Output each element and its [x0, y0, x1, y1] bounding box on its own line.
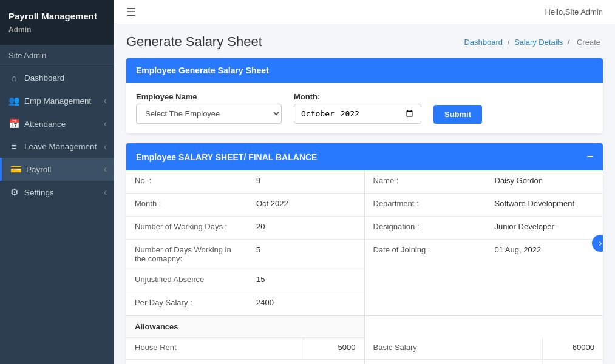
employee-label: Employee Name	[136, 92, 282, 101]
table-row: Department : Software Development	[365, 194, 603, 217]
sidebar-item-label: Leave Management	[24, 142, 106, 151]
month-label: Month:	[294, 92, 421, 101]
sidebar-item-label: Settings	[24, 188, 106, 197]
month-input[interactable]	[294, 104, 421, 124]
month-form-group: Month:	[294, 92, 421, 124]
salary-info-section: No. : 9 Month : Oct 2022 Number of Worki…	[126, 170, 603, 315]
table-row: Month : Oct 2022	[126, 194, 364, 217]
breadcrumb: Dashboard / Salary Details / Create	[464, 38, 603, 47]
payroll-icon: 💳	[10, 164, 21, 175]
table-row: No. : 9	[126, 170, 364, 194]
form-card: Employee Generate Salary Sheet Employee …	[126, 58, 603, 133]
salary-card-title: Employee SALARY SHEET/ FINAL BALANCE	[136, 152, 317, 162]
sidebar-item-label: Emp Management	[24, 96, 106, 106]
sidebar-item-label: Attendance	[24, 120, 106, 129]
table-row: Unjustified Absence 15	[126, 269, 364, 292]
table-row: House Rent 5000	[126, 338, 364, 360]
page-content: Generate Salary Sheet Dashboard / Salary…	[114, 24, 615, 364]
table-row: Basic Salary 60000	[365, 338, 603, 360]
form-card-title: Employee Generate Salary Sheet	[136, 66, 269, 75]
settings-icon: ⚙	[8, 187, 19, 198]
main-content: ☰ Hello,Site Admin Generate Salary Sheet…	[114, 0, 615, 364]
topbar-user: Hello,Site Admin	[545, 7, 603, 16]
sidebar-item-label: Dashboard	[24, 73, 106, 83]
allowances-left-panel: Allowances House Rent 5000	[126, 316, 365, 364]
allowances-section: Allowances House Rent 5000 - Basic Salar…	[126, 315, 603, 364]
salary-card: Employee SALARY SHEET/ FINAL BALANCE − N…	[126, 143, 603, 364]
salary-card-header: Employee SALARY SHEET/ FINAL BALANCE −	[126, 143, 603, 170]
page-header: Generate Salary Sheet Dashboard / Salary…	[126, 34, 603, 50]
breadcrumb-dashboard[interactable]: Dashboard	[464, 38, 503, 47]
sidebar-user: Site Admin	[0, 45, 114, 64]
attendance-icon: 📅	[8, 118, 19, 129]
table-row: Allowance 5000	[365, 360, 603, 364]
form-row: Employee Name Select The Employee Month:…	[136, 92, 593, 124]
submit-button[interactable]: Submit	[433, 105, 482, 124]
sidebar-item-label: Payroll	[26, 165, 106, 174]
breadcrumb-salary-details[interactable]: Salary Details	[514, 38, 563, 47]
sidebar-item-leave-management[interactable]: ≡ Leave Management	[0, 135, 114, 158]
salary-right-panel: Name : Daisy Gordon Department : Softwar…	[365, 170, 603, 315]
emp-management-icon: 👥	[8, 95, 19, 106]
allowances-left-header: Allowances	[126, 316, 364, 338]
table-row: Date of Joining : 01 Aug, 2022	[365, 240, 603, 263]
employee-form-group: Employee Name Select The Employee	[136, 92, 282, 124]
table-row: Number of Working Days : 20	[126, 217, 364, 240]
sidebar-item-emp-management[interactable]: 👥 Emp Management	[0, 89, 114, 112]
salary-left-panel: No. : 9 Month : Oct 2022 Number of Worki…	[126, 170, 365, 315]
hamburger-button[interactable]: ☰	[126, 5, 136, 19]
salary-grid: No. : 9 Month : Oct 2022 Number of Worki…	[126, 170, 603, 315]
form-card-header: Employee Generate Salary Sheet	[126, 58, 603, 83]
table-row: Designation : Junior Developer	[365, 217, 603, 240]
employee-select[interactable]: Select The Employee	[136, 104, 282, 124]
page-title: Generate Salary Sheet	[126, 34, 262, 50]
table-row: Name : Daisy Gordon	[365, 170, 603, 194]
allowances-right-panel: - Basic Salary 60000 Allowance 5000	[365, 316, 603, 364]
dashboard-icon: ⌂	[8, 73, 19, 83]
sidebar-item-dashboard[interactable]: ⌂ Dashboard	[0, 67, 114, 89]
sidebar-item-payroll[interactable]: 💳 Payroll	[0, 158, 114, 181]
sidebar-nav: ⌂ Dashboard 👥 Emp Management 📅 Attendanc…	[0, 67, 114, 204]
table-row: Number of Days Working in the comapny: 5	[126, 240, 364, 269]
form-card-body: Employee Name Select The Employee Month:…	[126, 83, 603, 133]
breadcrumb-current: Create	[577, 38, 600, 47]
table-row: Per Day Salary : 2400	[126, 292, 364, 315]
sidebar-item-settings[interactable]: ⚙ Settings	[0, 181, 114, 204]
sidebar: Payroll Management Admin Site Admin ⌂ Da…	[0, 0, 114, 364]
breadcrumb-sep2: /	[568, 38, 572, 47]
topbar: ☰ Hello,Site Admin	[114, 0, 615, 24]
leave-management-icon: ≡	[8, 141, 19, 152]
breadcrumb-sep1: /	[508, 38, 512, 47]
app-title: Payroll Management Admin	[0, 0, 114, 45]
collapse-button[interactable]: −	[586, 150, 593, 163]
sidebar-item-attendance[interactable]: 📅 Attendance	[0, 112, 114, 135]
